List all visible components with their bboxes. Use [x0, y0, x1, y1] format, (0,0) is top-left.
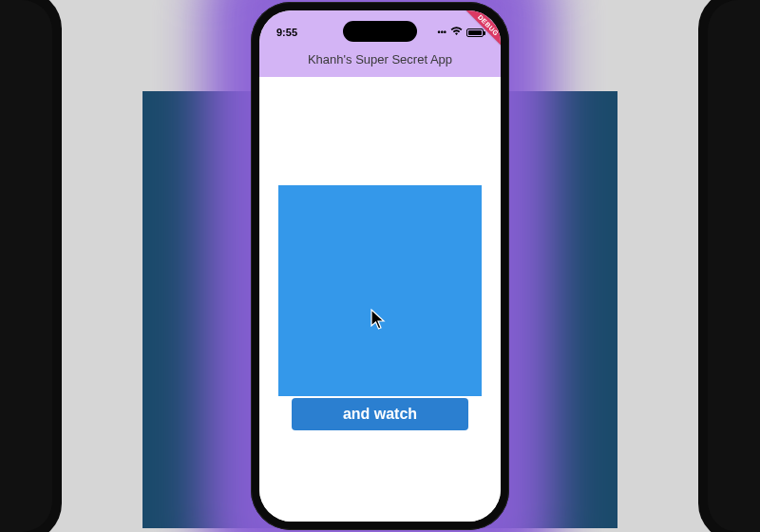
phone-frame: 9:55 ••• Khanh's Super Secret App DEBUG	[251, 2, 509, 530]
wifi-icon	[450, 27, 463, 38]
side-phone-right-screen	[708, 0, 760, 532]
content-box[interactable]	[278, 185, 482, 396]
app-title: Khanh's Super Secret App	[259, 52, 501, 66]
side-phone-left-screen	[0, 0, 52, 532]
side-phone-left	[0, 0, 62, 532]
signal-icon: •••	[438, 28, 446, 37]
app-body: and watch	[259, 77, 501, 522]
battery-icon	[466, 28, 484, 37]
caption-bar: and watch	[292, 398, 468, 430]
stage-background: 9:55 ••• Khanh's Super Secret App DEBUG	[0, 0, 760, 532]
phone-screen: 9:55 ••• Khanh's Super Secret App DEBUG	[259, 10, 501, 522]
status-time: 9:55	[276, 27, 297, 38]
caption-text: and watch	[343, 406, 417, 423]
status-icons: •••	[438, 27, 484, 38]
side-phone-right	[698, 0, 760, 532]
dynamic-island	[343, 21, 417, 42]
